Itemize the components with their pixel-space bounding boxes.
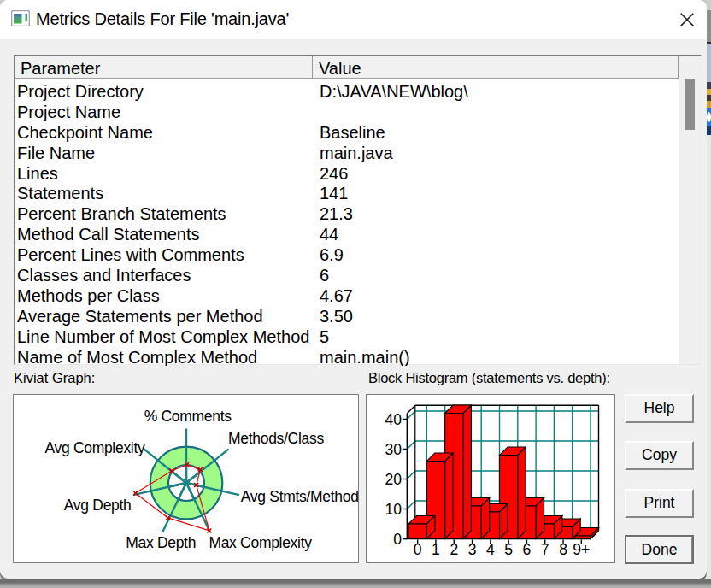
svg-text:% Comments: % Comments — [144, 408, 232, 425]
svg-text:Avg Stmts/Method: Avg Stmts/Method — [241, 488, 358, 505]
svg-text:Max Complexity: Max Complexity — [209, 534, 312, 551]
svg-text:40: 40 — [385, 411, 403, 428]
svg-text:20: 20 — [385, 471, 403, 488]
svg-text:30: 30 — [385, 441, 403, 458]
svg-text:Avg Complexity: Avg Complexity — [44, 439, 145, 456]
svg-text:0: 0 — [393, 531, 402, 548]
svg-text:0: 0 — [414, 541, 422, 558]
svg-text:5: 5 — [504, 541, 513, 558]
svg-text:10: 10 — [385, 501, 403, 518]
svg-text:3: 3 — [468, 541, 477, 558]
svg-text:9+: 9+ — [573, 541, 590, 558]
svg-text:Max Depth: Max Depth — [126, 534, 196, 551]
svg-text:Methods/Class: Methods/Class — [228, 430, 324, 447]
svg-text:8: 8 — [559, 541, 567, 558]
svg-text:Avg Depth: Avg Depth — [64, 497, 132, 514]
svg-text:2: 2 — [450, 541, 458, 558]
svg-text:4: 4 — [486, 541, 495, 558]
svg-text:6: 6 — [523, 541, 532, 558]
svg-text:7: 7 — [541, 541, 549, 558]
svg-text:1: 1 — [432, 541, 440, 558]
